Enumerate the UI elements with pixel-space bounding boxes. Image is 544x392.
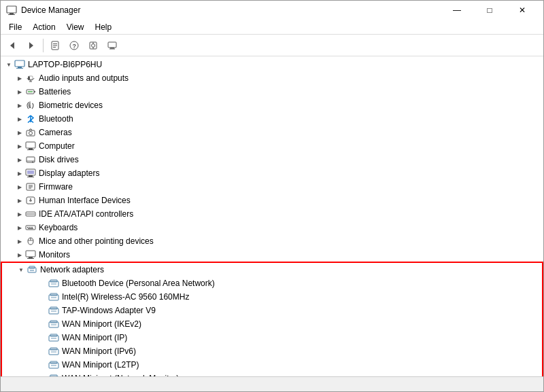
back-button[interactable] xyxy=(3,37,21,54)
app-icon xyxy=(6,5,17,16)
close-button[interactable]: ✕ xyxy=(507,1,538,20)
batteries-expander[interactable]: ▶ xyxy=(14,86,25,97)
bluetooth-expander[interactable]: ▶ xyxy=(14,113,25,124)
svg-rect-20 xyxy=(16,68,23,69)
tree-item-mice[interactable]: ▶ Mice and other pointing devices xyxy=(1,234,543,248)
title-bar: Device Manager — □ ✕ xyxy=(1,1,543,20)
toolbar-separator-1 xyxy=(43,39,44,52)
svg-rect-16 xyxy=(110,48,114,49)
keyboards-label: Keyboards xyxy=(39,223,78,232)
menu-action[interactable]: Action xyxy=(27,21,61,33)
tree-item-computer[interactable]: ▶ Computer xyxy=(1,139,543,153)
title-controls: — □ ✕ xyxy=(441,1,538,20)
menu-bar: File Action View Help xyxy=(1,20,543,35)
root-expander[interactable]: ▼ xyxy=(3,59,14,70)
tree-item-network-adapters[interactable]: ▼ Network adapters xyxy=(2,263,542,277)
tree-view[interactable]: ▼ LAPTOP-BI6PP6HU ▶ xyxy=(1,56,543,376)
svg-rect-6 xyxy=(53,43,57,44)
audio-label: Audio inputs and outputs xyxy=(39,73,129,83)
firmware-expander[interactable]: ▶ xyxy=(14,181,25,192)
svg-rect-63 xyxy=(29,257,33,258)
mice-expander[interactable]: ▶ xyxy=(14,236,25,247)
minimize-button[interactable]: — xyxy=(441,1,473,20)
keyboards-expander[interactable]: ▶ xyxy=(14,222,25,233)
computer-expander[interactable]: ▶ xyxy=(14,141,25,152)
tree-item-wan-ip[interactable]: ▶ WAN Miniport (IP) xyxy=(2,331,542,344)
tree-item-firmware[interactable]: ▶ Firmware xyxy=(1,180,543,194)
content-area: ▼ LAPTOP-BI6PP6HU ▶ xyxy=(1,56,543,376)
svg-marker-4 xyxy=(29,42,33,49)
tree-item-monitors[interactable]: ▶ Monitors xyxy=(1,248,543,262)
tree-item-bluetooth[interactable]: ▶ Bluetooth xyxy=(1,112,543,126)
tree-root[interactable]: ▼ LAPTOP-BI6PP6HU xyxy=(1,58,543,71)
svg-point-29 xyxy=(29,132,33,135)
tree-item-wan-l2tp[interactable]: ▶ WAN Miniport (L2TP) xyxy=(2,358,542,372)
tree-item-intel-wireless[interactable]: ▶ Intel(R) Wireless-AC 9560 160MHz xyxy=(2,290,542,304)
menu-file[interactable]: File xyxy=(3,21,27,33)
menu-view[interactable]: View xyxy=(61,21,90,33)
tree-item-audio[interactable]: ▶ Audio inputs and outputs xyxy=(1,71,543,85)
tree-item-wan-network-monitor[interactable]: ▶ WAN Miniport (Network Monitor) xyxy=(2,372,542,376)
svg-rect-2 xyxy=(8,14,15,15)
mice-icon xyxy=(25,236,36,247)
display-expander[interactable]: ▶ xyxy=(14,168,25,179)
device-manager-window: Device Manager — □ ✕ File Action View He… xyxy=(0,0,544,392)
cameras-expander[interactable]: ▶ xyxy=(14,127,25,138)
svg-point-45 xyxy=(30,198,31,200)
wan-l2tp-label: WAN Miniport (L2TP) xyxy=(62,360,139,370)
menu-help[interactable]: Help xyxy=(90,21,118,33)
audio-icon xyxy=(25,73,36,84)
ide-expander[interactable]: ▶ xyxy=(14,209,25,219)
hid-expander[interactable]: ▶ xyxy=(14,195,25,206)
title-bar-left: Device Manager xyxy=(6,5,80,16)
ide-label: IDE ATA/ATAPI controllers xyxy=(39,209,133,219)
tree-item-biometric[interactable]: ▶ Biometric devices xyxy=(1,99,543,112)
tree-item-cameras[interactable]: ▶ Cameras xyxy=(1,126,543,139)
tree-item-wan-ipv6[interactable]: ▶ WAN Miniport (IPv6) xyxy=(2,344,542,358)
svg-rect-38 xyxy=(27,177,34,177)
intel-wireless-label: Intel(R) Wireless-AC 9560 160MHz xyxy=(62,292,189,302)
toolbar: ? xyxy=(1,35,543,56)
svg-rect-56 xyxy=(27,227,29,228)
forward-button[interactable] xyxy=(22,37,40,54)
svg-rect-18 xyxy=(15,60,24,67)
audio-expander[interactable]: ▶ xyxy=(14,73,25,84)
tree-item-keyboards[interactable]: ▶ Keyboards xyxy=(1,221,543,234)
cameras-icon xyxy=(25,127,36,138)
tree-item-tap-windows[interactable]: ▶ TAP-Windows Adapter V9 xyxy=(2,304,542,317)
biometric-expander[interactable]: ▶ xyxy=(14,100,25,111)
maximize-button[interactable]: □ xyxy=(474,1,505,20)
svg-rect-7 xyxy=(53,45,57,46)
bluetooth-icon xyxy=(25,113,36,124)
tree-item-hid[interactable]: ▶ Human Interface Devices xyxy=(1,194,543,207)
tree-item-wan-ikev2[interactable]: ▶ WAN Miniport (IKEv2) xyxy=(2,317,542,331)
svg-rect-58 xyxy=(31,227,33,228)
monitor-button[interactable] xyxy=(103,37,121,54)
monitors-label: Monitors xyxy=(39,250,70,260)
monitors-expander[interactable]: ▶ xyxy=(14,249,25,260)
tree-item-disk[interactable]: ▶ Disk drives xyxy=(1,153,543,166)
disk-expander[interactable]: ▶ xyxy=(14,154,25,165)
computer-label: Computer xyxy=(39,141,75,151)
svg-point-12 xyxy=(92,43,95,47)
svg-point-35 xyxy=(32,162,33,163)
network-card-icon-5 xyxy=(48,332,59,343)
properties-button[interactable] xyxy=(46,37,64,54)
scan-button[interactable] xyxy=(84,37,102,54)
help-button[interactable]: ? xyxy=(65,37,83,54)
svg-rect-27 xyxy=(28,91,33,92)
tree-item-ide[interactable]: ▶ IDE ATA/ATAPI controllers xyxy=(1,207,543,221)
svg-rect-32 xyxy=(27,149,34,150)
tree-item-bluetooth-pan[interactable]: ▶ Bluetooth Device (Personal Area Networ… xyxy=(2,277,542,290)
display-label: Display adapters xyxy=(39,168,99,178)
network-card-icon-6 xyxy=(48,346,59,357)
firmware-icon xyxy=(25,181,36,192)
monitors-icon xyxy=(25,249,36,260)
svg-rect-30 xyxy=(26,142,35,148)
tree-item-display[interactable]: ▶ Display adapters xyxy=(1,166,543,180)
svg-marker-3 xyxy=(10,42,14,49)
network-expander[interactable]: ▼ xyxy=(16,264,27,275)
svg-rect-59 xyxy=(28,228,33,229)
svg-rect-26 xyxy=(34,91,35,92)
tree-item-batteries[interactable]: ▶ Batteries xyxy=(1,85,543,99)
